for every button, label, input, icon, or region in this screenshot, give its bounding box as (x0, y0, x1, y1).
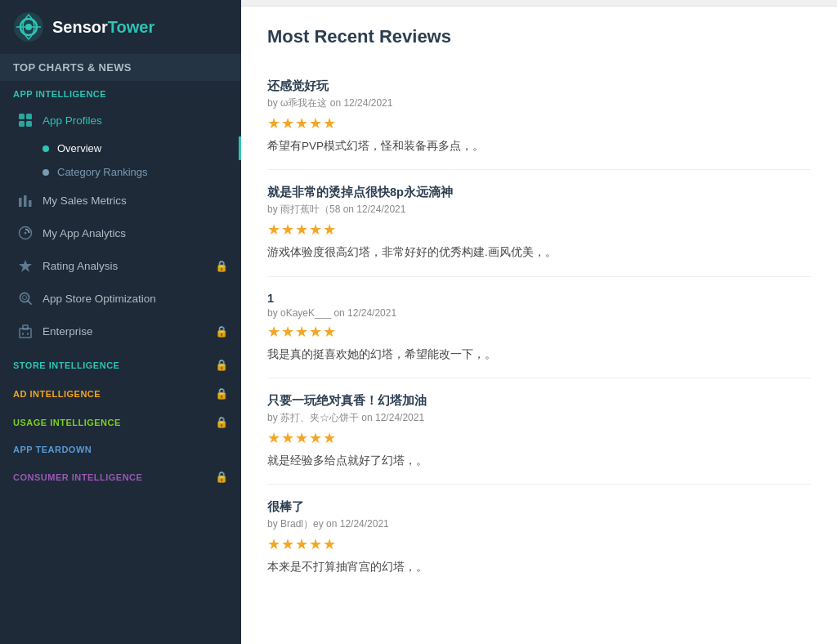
review-body-4: 就是经验多给点就好了幻塔，。 (267, 453, 811, 469)
app-profiles-subnav: Overview Category Rankings (0, 136, 241, 184)
logo-sensor: Sensor (52, 18, 108, 37)
app-profiles-icon (16, 111, 34, 129)
reviews-section: Most Recent Reviews 还感觉好玩 by ω乖我在这 on 12… (241, 7, 837, 610)
review-stars-5: ★★★★★ (267, 535, 811, 553)
svg-rect-18 (23, 325, 28, 329)
sidebar-item-app-profiles[interactable]: App Profiles (0, 104, 241, 136)
sidebar-item-app-store-optimization[interactable]: App Store Optimization (0, 282, 241, 315)
section-header-store-intelligence: STORE INTELLIGENCE 🔒 (0, 351, 241, 376)
sidebar-item-top-charts[interactable]: TOP CHARTS & NEWS (0, 54, 241, 81)
svg-rect-7 (26, 121, 32, 127)
top-charts-label: TOP CHARTS & NEWS (13, 61, 132, 74)
review-stars-4: ★★★★★ (267, 429, 811, 447)
app-store-optimization-label: App Store Optimization (43, 293, 156, 305)
svg-point-12 (25, 232, 27, 235)
svg-rect-6 (19, 121, 25, 127)
sidebar-item-category-rankings[interactable]: Category Rankings (0, 160, 241, 184)
svg-rect-8 (19, 198, 22, 207)
svg-point-16 (23, 296, 27, 300)
usage-intelligence-lock: 🔒 (215, 416, 229, 428)
review-body-1: 希望有PVP模式幻塔，怪和装备再多点，。 (267, 138, 811, 154)
section-label-app-teardown: APP TEARDOWN (13, 445, 92, 454)
review-body-3: 我是真的挺喜欢她的幻塔，希望能改一下，。 (267, 347, 811, 363)
review-card-1: 还感觉好玩 by ω乖我在这 on 12/24/2021 ★★★★★ 希望有PV… (267, 64, 811, 170)
rating-analysis-lock: 🔒 (215, 260, 228, 272)
section-label-usage-intelligence: USAGE INTELLIGENCE (13, 418, 121, 427)
review-stars-1: ★★★★★ (267, 114, 811, 132)
overview-dot (43, 145, 49, 152)
rating-analysis-icon (16, 257, 34, 275)
app-profiles-label: App Profiles (43, 114, 102, 127)
sidebar-item-my-sales-metrics[interactable]: My Sales Metrics (0, 184, 241, 217)
sidebar: SensorTower TOP CHARTS & NEWS APP INTELL… (0, 0, 241, 644)
main-content: Most Recent Reviews 还感觉好玩 by ω乖我在这 on 12… (241, 0, 837, 644)
app-store-optimization-icon (16, 289, 34, 307)
my-sales-metrics-label: My Sales Metrics (43, 195, 127, 207)
section-label-store-intelligence: STORE INTELLIGENCE (13, 360, 119, 370)
my-app-analytics-icon (16, 224, 34, 242)
review-title-2: 就是非常的烫掉点很快8p永远滴神 (267, 185, 811, 200)
review-meta-1: by ω乖我在这 on 12/24/2021 (267, 96, 811, 110)
top-bar (241, 0, 837, 7)
logo-tower: Tower (108, 18, 154, 37)
enterprise-label: Enterprise (43, 325, 93, 338)
ad-intelligence-lock: 🔒 (215, 387, 229, 400)
category-rankings-dot (43, 169, 49, 176)
review-card-3: 1 by oKayeK___ on 12/24/2021 ★★★★★ 我是真的挺… (267, 277, 811, 378)
enterprise-icon (16, 322, 34, 340)
section-header-consumer-intelligence: CONSUMER INTELLIGENCE 🔒 (0, 463, 241, 494)
rating-analysis-label: Rating Analysis (43, 260, 118, 272)
svg-rect-10 (29, 200, 32, 207)
sidebar-item-enterprise[interactable]: Enterprise 🔒 (0, 315, 241, 347)
review-title-5: 很棒了 (267, 499, 811, 515)
sidebar-item-rating-analysis[interactable]: Rating Analysis 🔒 (0, 249, 241, 282)
logo-area: SensorTower (0, 0, 241, 54)
review-stars-2: ★★★★★ (267, 221, 811, 239)
consumer-intelligence-lock: 🔒 (215, 471, 229, 483)
review-meta-3: by oKayeK___ on 12/24/2021 (267, 307, 811, 319)
review-body-5: 本来是不打算抽宵宫的幻塔，。 (267, 559, 811, 575)
sidebar-item-my-app-analytics[interactable]: My App Analytics (0, 217, 241, 249)
category-rankings-label: Category Rankings (57, 166, 148, 178)
review-title-4: 只要一玩绝对真香！幻塔加油 (267, 393, 811, 409)
my-sales-metrics-icon (16, 191, 34, 209)
section-header-usage-intelligence: USAGE INTELLIGENCE 🔒 (0, 408, 241, 433)
review-card-5: 很棒了 by Bradl）ey on 12/24/2021 ★★★★★ 本来是不… (267, 485, 811, 590)
svg-marker-13 (19, 260, 32, 272)
svg-line-15 (28, 301, 31, 304)
review-meta-2: by 雨打蕉叶（58 on 12/24/2021 (267, 203, 811, 217)
review-card-2: 就是非常的烫掉点很快8p永远滴神 by 雨打蕉叶（58 on 12/24/202… (267, 170, 811, 276)
svg-rect-9 (24, 195, 27, 207)
sensortower-logo-icon (13, 11, 44, 42)
review-meta-5: by Bradl）ey on 12/24/2021 (267, 517, 811, 531)
overview-label: Overview (57, 142, 101, 154)
section-label-ad-intelligence: AD INTELLIGENCE (13, 389, 101, 399)
store-intelligence-lock: 🔒 (215, 359, 229, 371)
review-stars-3: ★★★★★ (267, 323, 811, 341)
section-header-app-intelligence: APP INTELLIGENCE (0, 81, 241, 104)
section-title: Most Recent Reviews (267, 26, 811, 47)
section-label-consumer-intelligence: CONSUMER INTELLIGENCE (13, 472, 142, 482)
my-app-analytics-label: My App Analytics (43, 227, 126, 239)
sidebar-item-overview[interactable]: Overview (0, 136, 241, 160)
review-title-1: 还感觉好玩 (267, 78, 811, 94)
review-title-3: 1 (267, 292, 811, 305)
review-card-4: 只要一玩绝对真香！幻塔加油 by 苏打、夹☆心饼干 on 12/24/2021 … (267, 378, 811, 485)
svg-rect-4 (19, 114, 25, 119)
review-meta-4: by 苏打、夹☆心饼干 on 12/24/2021 (267, 411, 811, 425)
review-body-2: 游戏体验度很高幻塔，非常好好的优秀构建.画风优美，。 (267, 244, 811, 261)
enterprise-lock: 🔒 (215, 325, 228, 338)
section-header-ad-intelligence: AD INTELLIGENCE 🔒 (0, 379, 241, 405)
active-indicator (239, 136, 241, 160)
section-label-app-intelligence: APP INTELLIGENCE (13, 89, 106, 99)
section-header-app-teardown: APP TEARDOWN (0, 436, 241, 459)
svg-rect-5 (26, 114, 32, 119)
